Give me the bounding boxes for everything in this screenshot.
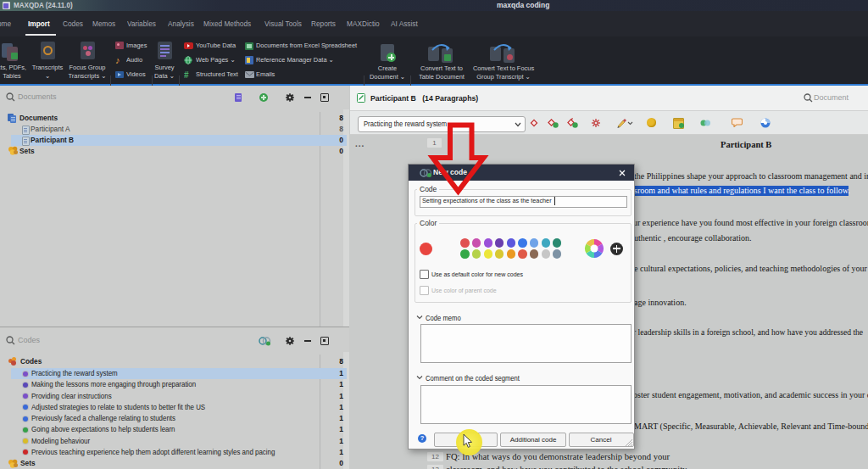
svg-text:#: # bbox=[184, 70, 189, 79]
svg-text:♪: ♪ bbox=[115, 55, 120, 64]
